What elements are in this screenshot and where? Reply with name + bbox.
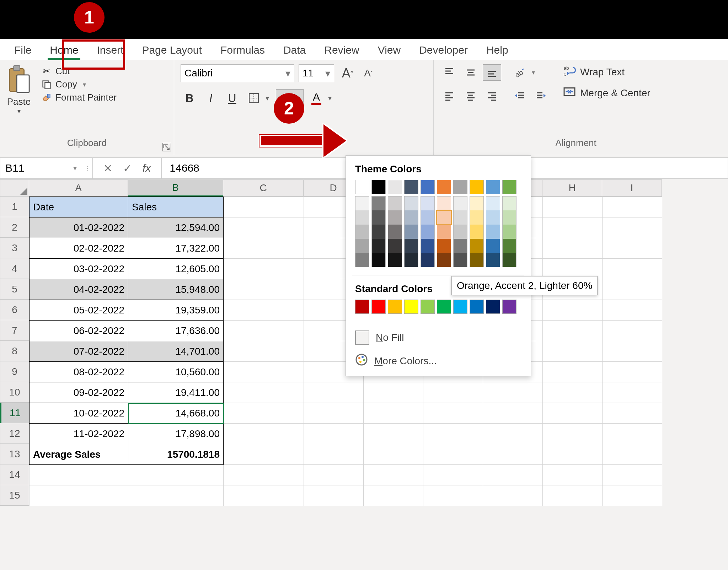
cell-F12[interactable]	[423, 424, 483, 444]
color-swatch[interactable]	[437, 225, 451, 239]
cell-I14[interactable]	[603, 465, 662, 485]
color-swatch[interactable]	[421, 210, 435, 225]
cell-I15[interactable]	[603, 485, 662, 506]
font-size-combo[interactable]: 11 ▾	[299, 64, 334, 82]
color-swatch[interactable]	[453, 225, 467, 239]
cell-G12[interactable]	[483, 424, 543, 444]
color-swatch[interactable]	[421, 196, 435, 210]
cell-A2[interactable]: 01-02-2022	[30, 217, 128, 238]
cell-B14[interactable]	[128, 465, 224, 485]
tab-file[interactable]: File	[5, 41, 41, 60]
chevron-down-icon[interactable]: ▾	[532, 69, 535, 76]
align-middle-button[interactable]	[461, 64, 480, 81]
cell-G10[interactable]	[483, 382, 543, 403]
cell-B6[interactable]: 19,359.00	[128, 300, 224, 321]
color-swatch[interactable]	[502, 225, 516, 239]
chevron-down-icon[interactable]: ▾	[17, 107, 21, 115]
cell-E10[interactable]	[364, 382, 423, 403]
color-swatch[interactable]	[421, 180, 435, 194]
color-swatch[interactable]	[371, 225, 386, 239]
color-swatch[interactable]	[453, 196, 467, 210]
row-header-5[interactable]: 5	[0, 279, 29, 300]
cell-F15[interactable]	[423, 485, 483, 506]
align-left-button[interactable]	[440, 88, 459, 104]
cut-button[interactable]: ✂ Cut	[41, 66, 117, 77]
color-swatch[interactable]	[371, 300, 386, 314]
tab-view[interactable]: View	[369, 41, 410, 60]
cell-C13[interactable]	[224, 444, 304, 465]
cell-A13[interactable]: Average Sales	[30, 444, 128, 465]
insert-function-button[interactable]: fx	[143, 162, 151, 174]
color-swatch[interactable]	[421, 225, 435, 239]
align-bottom-button[interactable]	[483, 64, 501, 81]
color-swatch[interactable]	[388, 239, 402, 253]
color-swatch[interactable]	[470, 196, 484, 210]
cell-I12[interactable]	[603, 424, 662, 444]
cell-I8[interactable]	[603, 341, 662, 362]
tab-formulas[interactable]: Formulas	[211, 41, 274, 60]
cell-A14[interactable]	[30, 465, 128, 485]
cell-G13[interactable]	[483, 444, 543, 465]
cell-H3[interactable]	[543, 238, 603, 259]
color-swatch[interactable]	[470, 210, 484, 225]
increase-font-button[interactable]: A^	[338, 65, 357, 81]
cell-I5[interactable]	[603, 279, 662, 300]
chevron-down-icon[interactable]: ▾	[263, 94, 272, 102]
color-swatch[interactable]	[437, 253, 451, 267]
color-swatch[interactable]	[355, 253, 369, 267]
tab-review[interactable]: Review	[315, 41, 368, 60]
bold-button[interactable]: B	[181, 90, 198, 107]
cell-A12[interactable]: 11-02-2022	[30, 424, 128, 444]
row-header-7[interactable]: 7	[0, 320, 29, 341]
cell-B2[interactable]: 12,594.00	[128, 217, 224, 238]
cell-A1[interactable]: Date	[30, 197, 128, 217]
cell-H2[interactable]	[543, 217, 603, 238]
cell-E12[interactable]	[364, 424, 423, 444]
underline-button[interactable]: U	[223, 90, 241, 107]
chevron-down-icon[interactable]: ▾	[73, 164, 77, 172]
tab-home[interactable]: Home	[41, 41, 87, 60]
color-swatch[interactable]	[421, 239, 435, 253]
cell-B3[interactable]: 17,322.00	[128, 238, 224, 259]
cell-F13[interactable]	[423, 444, 483, 465]
cell-H14[interactable]	[543, 465, 603, 485]
cell-B8[interactable]: 14,701.00	[128, 341, 224, 362]
cell-A5[interactable]: 04-02-2022	[30, 279, 128, 300]
cell-D11[interactable]	[304, 403, 364, 424]
borders-button[interactable]: ▾	[245, 89, 272, 107]
chevron-down-icon[interactable]: ▾	[83, 81, 86, 88]
color-swatch[interactable]	[486, 196, 500, 210]
color-swatch[interactable]	[388, 300, 402, 314]
row-header-15[interactable]: 15	[0, 485, 29, 506]
cell-I9[interactable]	[603, 362, 662, 382]
column-header-C[interactable]: C	[223, 179, 304, 197]
color-swatch[interactable]	[371, 210, 386, 225]
color-swatch[interactable]	[453, 180, 467, 194]
color-swatch[interactable]	[371, 196, 386, 210]
cell-I4[interactable]	[603, 259, 662, 279]
orientation-button[interactable]: ab	[510, 64, 529, 81]
color-swatch[interactable]	[470, 180, 484, 194]
row-header-8[interactable]: 8	[0, 341, 29, 361]
cell-B5[interactable]: 15,948.00	[128, 279, 224, 300]
cell-C4[interactable]	[224, 259, 304, 279]
color-swatch[interactable]	[388, 225, 402, 239]
wrap-text-button[interactable]: abc Wrap Text	[563, 64, 651, 80]
color-swatch[interactable]	[404, 300, 418, 314]
color-swatch[interactable]	[502, 196, 516, 210]
cell-A8[interactable]: 07-02-2022	[30, 341, 128, 362]
row-header-1[interactable]: 1	[0, 197, 29, 217]
cell-I6[interactable]	[603, 300, 662, 321]
decrease-font-button[interactable]: Aˇ	[359, 65, 378, 81]
column-header-A[interactable]: A	[29, 179, 128, 197]
color-swatch[interactable]	[404, 239, 418, 253]
color-swatch[interactable]	[355, 210, 369, 225]
color-swatch[interactable]	[470, 253, 484, 267]
cell-E15[interactable]	[364, 485, 423, 506]
tab-page-layout[interactable]: Page Layout	[133, 41, 211, 60]
cell-H7[interactable]	[543, 321, 603, 341]
cell-I1[interactable]	[603, 197, 662, 217]
cell-G14[interactable]	[483, 465, 543, 485]
cell-I7[interactable]	[603, 321, 662, 341]
cell-H8[interactable]	[543, 341, 603, 362]
